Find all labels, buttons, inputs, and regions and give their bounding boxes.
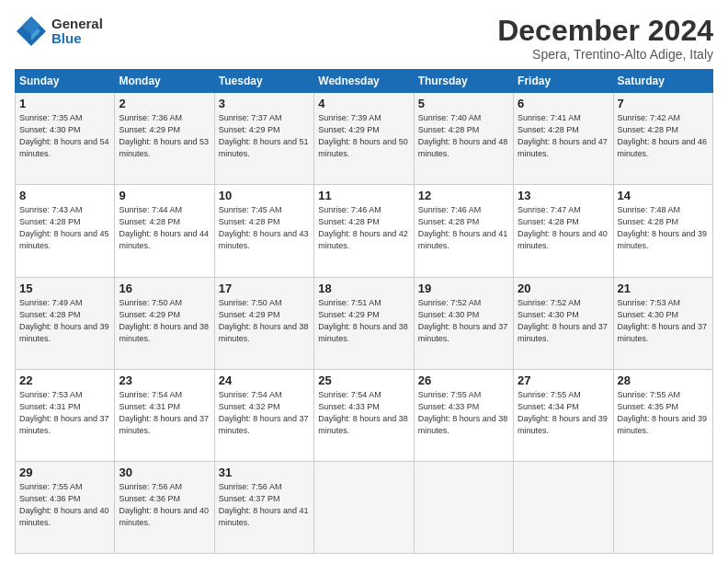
- month-title: December 2024: [497, 15, 713, 47]
- logo: General Blue: [15, 15, 103, 48]
- day-info: Sunrise: 7:45 AMSunset: 4:28 PMDaylight:…: [219, 204, 310, 252]
- table-row: 7Sunrise: 7:42 AMSunset: 4:28 PMDaylight…: [613, 93, 712, 185]
- day-info: Sunrise: 7:44 AMSunset: 4:28 PMDaylight:…: [119, 204, 210, 252]
- day-info: Sunrise: 7:49 AMSunset: 4:28 PMDaylight:…: [19, 297, 110, 345]
- day-info: Sunrise: 7:55 AMSunset: 4:36 PMDaylight:…: [19, 481, 110, 529]
- day-info: Sunrise: 7:55 AMSunset: 4:33 PMDaylight:…: [418, 389, 509, 437]
- table-row: 26Sunrise: 7:55 AMSunset: 4:33 PMDayligh…: [414, 369, 513, 461]
- table-row: 3Sunrise: 7:37 AMSunset: 4:29 PMDaylight…: [214, 93, 313, 185]
- table-row: 31Sunrise: 7:56 AMSunset: 4:37 PMDayligh…: [214, 461, 313, 553]
- day-info: Sunrise: 7:56 AMSunset: 4:37 PMDaylight:…: [219, 481, 310, 529]
- table-row: 11Sunrise: 7:46 AMSunset: 4:28 PMDayligh…: [314, 185, 414, 277]
- day-number: 9: [119, 189, 210, 202]
- table-row: 25Sunrise: 7:54 AMSunset: 4:33 PMDayligh…: [314, 369, 414, 461]
- table-row: [414, 461, 513, 553]
- day-info: Sunrise: 7:53 AMSunset: 4:30 PMDaylight:…: [618, 297, 709, 345]
- day-info: Sunrise: 7:50 AMSunset: 4:29 PMDaylight:…: [119, 297, 210, 345]
- day-info: Sunrise: 7:35 AMSunset: 4:30 PMDaylight:…: [19, 112, 110, 160]
- day-number: 14: [618, 189, 709, 202]
- day-number: 26: [418, 373, 509, 387]
- day-number: 15: [19, 282, 110, 295]
- day-number: 31: [219, 465, 310, 479]
- table-row: 28Sunrise: 7:55 AMSunset: 4:35 PMDayligh…: [613, 369, 712, 461]
- day-number: 13: [518, 189, 609, 202]
- table-row: 13Sunrise: 7:47 AMSunset: 4:28 PMDayligh…: [514, 185, 613, 277]
- day-number: 2: [119, 97, 210, 110]
- table-row: 2Sunrise: 7:36 AMSunset: 4:29 PMDaylight…: [115, 93, 214, 185]
- table-row: 10Sunrise: 7:45 AMSunset: 4:28 PMDayligh…: [214, 185, 313, 277]
- day-info: Sunrise: 7:52 AMSunset: 4:30 PMDaylight:…: [418, 297, 509, 345]
- logo-text: General Blue: [51, 17, 103, 47]
- day-number: 7: [618, 97, 709, 110]
- logo-icon: [15, 15, 48, 48]
- day-number: 18: [318, 282, 409, 295]
- day-number: 27: [518, 373, 609, 387]
- col-tuesday: Tuesday: [214, 70, 313, 93]
- calendar-week-row: 15Sunrise: 7:49 AMSunset: 4:28 PMDayligh…: [16, 277, 713, 369]
- day-number: 8: [19, 189, 110, 202]
- table-row: 20Sunrise: 7:52 AMSunset: 4:30 PMDayligh…: [514, 277, 613, 369]
- table-row: 15Sunrise: 7:49 AMSunset: 4:28 PMDayligh…: [16, 277, 115, 369]
- calendar-week-row: 8Sunrise: 7:43 AMSunset: 4:28 PMDaylight…: [16, 185, 713, 277]
- day-info: Sunrise: 7:39 AMSunset: 4:29 PMDaylight:…: [318, 112, 409, 160]
- day-info: Sunrise: 7:55 AMSunset: 4:34 PMDaylight:…: [518, 389, 609, 437]
- table-row: 16Sunrise: 7:50 AMSunset: 4:29 PMDayligh…: [115, 277, 214, 369]
- table-row: 17Sunrise: 7:50 AMSunset: 4:29 PMDayligh…: [214, 277, 313, 369]
- table-row: 23Sunrise: 7:54 AMSunset: 4:31 PMDayligh…: [115, 369, 214, 461]
- day-info: Sunrise: 7:40 AMSunset: 4:28 PMDaylight:…: [418, 112, 509, 160]
- table-row: 29Sunrise: 7:55 AMSunset: 4:36 PMDayligh…: [16, 461, 115, 553]
- day-number: 3: [219, 97, 310, 110]
- day-info: Sunrise: 7:46 AMSunset: 4:28 PMDaylight:…: [418, 204, 509, 252]
- logo-blue: Blue: [51, 31, 103, 47]
- page: General Blue December 2024 Spera, Trenti…: [0, 0, 728, 563]
- day-number: 19: [418, 282, 509, 295]
- day-number: 5: [418, 97, 509, 110]
- table-row: [613, 461, 712, 553]
- col-saturday: Saturday: [613, 70, 712, 93]
- table-row: 4Sunrise: 7:39 AMSunset: 4:29 PMDaylight…: [314, 93, 414, 185]
- day-number: 24: [219, 373, 310, 387]
- day-number: 17: [219, 282, 310, 295]
- day-number: 11: [318, 189, 409, 202]
- table-row: 12Sunrise: 7:46 AMSunset: 4:28 PMDayligh…: [414, 185, 513, 277]
- col-wednesday: Wednesday: [314, 70, 414, 93]
- table-row: 22Sunrise: 7:53 AMSunset: 4:31 PMDayligh…: [16, 369, 115, 461]
- day-number: 6: [518, 97, 609, 110]
- logo-general: General: [51, 17, 103, 32]
- table-row: 24Sunrise: 7:54 AMSunset: 4:32 PMDayligh…: [214, 369, 313, 461]
- calendar-table: Sunday Monday Tuesday Wednesday Thursday…: [15, 69, 713, 554]
- day-info: Sunrise: 7:37 AMSunset: 4:29 PMDaylight:…: [219, 112, 310, 160]
- table-row: 21Sunrise: 7:53 AMSunset: 4:30 PMDayligh…: [613, 277, 712, 369]
- day-info: Sunrise: 7:41 AMSunset: 4:28 PMDaylight:…: [518, 112, 609, 160]
- day-info: Sunrise: 7:47 AMSunset: 4:28 PMDaylight:…: [518, 204, 609, 252]
- location-title: Spera, Trentino-Alto Adige, Italy: [497, 47, 713, 62]
- day-number: 4: [318, 97, 409, 110]
- table-row: [514, 461, 613, 553]
- day-number: 23: [119, 373, 210, 387]
- calendar-week-row: 1Sunrise: 7:35 AMSunset: 4:30 PMDaylight…: [16, 93, 713, 185]
- col-sunday: Sunday: [16, 70, 115, 93]
- day-number: 21: [618, 282, 709, 295]
- title-section: December 2024 Spera, Trentino-Alto Adige…: [497, 15, 713, 62]
- header: General Blue December 2024 Spera, Trenti…: [15, 15, 713, 62]
- calendar-week-row: 29Sunrise: 7:55 AMSunset: 4:36 PMDayligh…: [16, 461, 713, 553]
- day-number: 29: [19, 465, 110, 479]
- table-row: 30Sunrise: 7:56 AMSunset: 4:36 PMDayligh…: [115, 461, 214, 553]
- day-number: 12: [418, 189, 509, 202]
- col-monday: Monday: [115, 70, 214, 93]
- day-info: Sunrise: 7:52 AMSunset: 4:30 PMDaylight:…: [518, 297, 609, 345]
- day-info: Sunrise: 7:55 AMSunset: 4:35 PMDaylight:…: [618, 389, 709, 437]
- table-row: 9Sunrise: 7:44 AMSunset: 4:28 PMDaylight…: [115, 185, 214, 277]
- day-info: Sunrise: 7:50 AMSunset: 4:29 PMDaylight:…: [219, 297, 310, 345]
- day-info: Sunrise: 7:53 AMSunset: 4:31 PMDaylight:…: [19, 389, 110, 437]
- day-info: Sunrise: 7:56 AMSunset: 4:36 PMDaylight:…: [119, 481, 210, 529]
- day-info: Sunrise: 7:51 AMSunset: 4:29 PMDaylight:…: [318, 297, 409, 345]
- col-friday: Friday: [514, 70, 613, 93]
- table-row: 27Sunrise: 7:55 AMSunset: 4:34 PMDayligh…: [514, 369, 613, 461]
- table-row: 18Sunrise: 7:51 AMSunset: 4:29 PMDayligh…: [314, 277, 414, 369]
- table-row: [314, 461, 414, 553]
- day-info: Sunrise: 7:54 AMSunset: 4:32 PMDaylight:…: [219, 389, 310, 437]
- day-info: Sunrise: 7:42 AMSunset: 4:28 PMDaylight:…: [618, 112, 709, 160]
- day-info: Sunrise: 7:43 AMSunset: 4:28 PMDaylight:…: [19, 204, 110, 252]
- day-number: 10: [219, 189, 310, 202]
